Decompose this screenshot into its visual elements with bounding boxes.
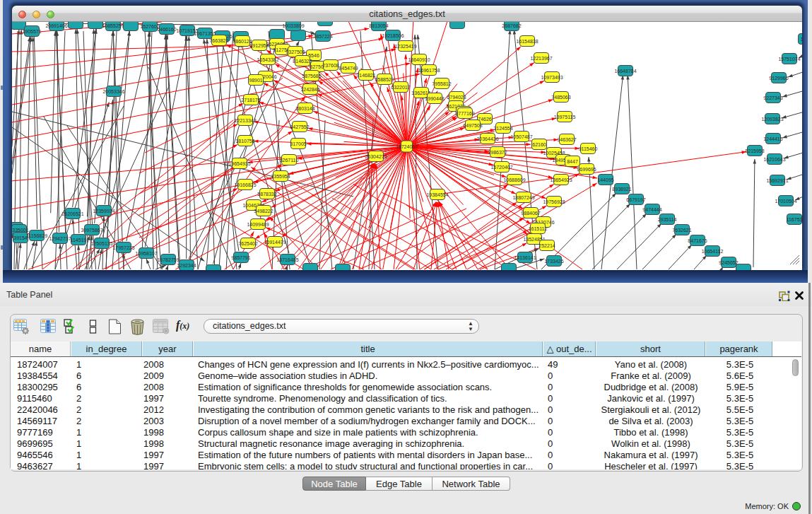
svg-text:16648784: 16648784 xyxy=(614,69,636,74)
svg-text:6679197: 6679197 xyxy=(626,197,645,202)
svg-text:9699695: 9699695 xyxy=(577,167,596,172)
svg-text:18724007: 18724007 xyxy=(396,144,418,149)
svg-text:13975115: 13975115 xyxy=(554,115,576,119)
svg-text:9146821: 9146821 xyxy=(356,73,375,78)
svg-text:15692971: 15692971 xyxy=(766,178,788,183)
svg-text:26206521: 26206521 xyxy=(61,211,83,216)
svg-text:1355954: 1355954 xyxy=(271,174,290,179)
svg-text:10973493: 10973493 xyxy=(541,75,563,80)
svg-text:9115460: 9115460 xyxy=(579,146,598,151)
svg-text:6497508: 6497508 xyxy=(463,123,482,128)
svg-text:3124554: 3124554 xyxy=(493,126,512,131)
svg-text:1242845: 1242845 xyxy=(300,87,319,92)
svg-text:30975867: 30975867 xyxy=(81,228,102,233)
svg-text:6794028: 6794028 xyxy=(447,95,466,100)
svg-text:19166825: 19166825 xyxy=(234,182,256,187)
svg-text:144095: 144095 xyxy=(597,177,613,182)
svg-text:9245652: 9245652 xyxy=(719,260,738,265)
svg-text:8471676: 8471676 xyxy=(688,238,707,243)
svg-text:12942737: 12942737 xyxy=(49,236,71,241)
svg-text:7986372: 7986372 xyxy=(488,150,507,155)
svg-text:116753: 116753 xyxy=(787,217,802,222)
svg-text:252214: 252214 xyxy=(539,243,555,248)
svg-text:10654112: 10654112 xyxy=(702,249,724,254)
svg-text:3498222: 3498222 xyxy=(254,209,273,214)
svg-text:1905571: 1905571 xyxy=(22,29,41,34)
svg-text:19654935: 19654935 xyxy=(228,161,250,166)
svg-text:12505135: 12505135 xyxy=(90,241,112,246)
svg-text:9227343: 9227343 xyxy=(763,95,782,100)
svg-text:16782759: 16782759 xyxy=(157,257,179,262)
svg-text:16543382: 16543382 xyxy=(257,57,278,62)
svg-text:7955812: 7955812 xyxy=(432,81,451,86)
svg-text:1112: 1112 xyxy=(801,37,802,42)
svg-text:1810755: 1810755 xyxy=(235,139,254,144)
svg-text:9884067: 9884067 xyxy=(521,211,540,216)
svg-text:9327505: 9327505 xyxy=(286,49,305,54)
svg-text:12325419: 12325419 xyxy=(394,44,416,49)
svg-text:8215958: 8215958 xyxy=(745,148,764,153)
svg-text:20364436: 20364436 xyxy=(476,136,498,141)
svg-text:8447: 8447 xyxy=(567,159,578,164)
svg-text:15751074: 15751074 xyxy=(778,57,800,62)
svg-text:7857224: 7857224 xyxy=(313,34,332,39)
svg-text:10855257: 10855257 xyxy=(102,23,124,28)
svg-text:25304273: 25304273 xyxy=(365,154,387,159)
svg-text:16961758: 16961758 xyxy=(418,68,440,73)
svg-text:10958107: 10958107 xyxy=(135,251,157,256)
svg-text:7663822: 7663822 xyxy=(209,38,228,43)
svg-text:114519: 114519 xyxy=(71,238,87,243)
svg-text:237608: 237608 xyxy=(322,63,339,68)
svg-text:8813054: 8813054 xyxy=(369,23,388,28)
svg-text:317005: 317005 xyxy=(290,141,306,146)
svg-text:8427552: 8427552 xyxy=(290,124,309,129)
svg-text:12213967: 12213967 xyxy=(530,56,552,61)
svg-text:20691406: 20691406 xyxy=(45,23,67,28)
svg-text:20053346: 20053346 xyxy=(102,89,124,94)
svg-text:18807249: 18807249 xyxy=(512,195,534,200)
svg-text:8938921: 8938921 xyxy=(612,187,631,192)
svg-text:16210643: 16210643 xyxy=(763,157,785,162)
svg-text:62160: 62160 xyxy=(532,142,546,147)
svg-text:9777169: 9777169 xyxy=(455,111,474,116)
svg-text:6322017: 6322017 xyxy=(391,85,410,90)
svg-text:39154: 39154 xyxy=(13,235,28,240)
svg-text:9129966: 9129966 xyxy=(769,76,788,81)
svg-text:19384554: 19384554 xyxy=(426,192,448,197)
svg-text:2935114: 2935114 xyxy=(658,217,677,222)
svg-text:2718176: 2718176 xyxy=(241,98,260,103)
svg-text:13654923: 13654923 xyxy=(550,177,572,182)
svg-text:1292344: 1292344 xyxy=(177,263,196,268)
svg-text:16914479: 16914479 xyxy=(264,240,286,245)
svg-text:10033809: 10033809 xyxy=(282,23,304,28)
svg-text:2803144: 2803144 xyxy=(295,106,314,111)
svg-text:17010504: 17010504 xyxy=(775,199,796,204)
svg-text:10688609: 10688609 xyxy=(503,177,525,182)
svg-text:1733426: 1733426 xyxy=(544,259,563,264)
svg-text:8146323: 8146323 xyxy=(293,59,312,64)
svg-text:8454749: 8454749 xyxy=(339,66,358,71)
svg-text:19756928: 19756928 xyxy=(543,199,565,204)
svg-text:12093823: 12093823 xyxy=(761,117,783,122)
svg-text:19218506: 19218506 xyxy=(382,33,404,38)
svg-text:7485063: 7485063 xyxy=(551,95,570,100)
svg-text:1990448: 1990448 xyxy=(425,96,444,101)
svg-text:1244415: 1244415 xyxy=(763,136,782,141)
svg-text:13716485: 13716485 xyxy=(276,257,298,262)
svg-text:98901: 98901 xyxy=(249,78,263,83)
svg-text:2687682: 2687682 xyxy=(502,23,521,28)
svg-text:18640910: 18640910 xyxy=(408,57,430,62)
svg-text:15720407: 15720407 xyxy=(490,165,512,170)
svg-text:1615112: 1615112 xyxy=(529,226,548,231)
svg-text:1335001: 1335001 xyxy=(12,228,29,233)
svg-text:7625402: 7625402 xyxy=(238,241,257,246)
svg-text:6466160: 6466160 xyxy=(157,27,176,32)
svg-text:10507487: 10507487 xyxy=(510,134,532,139)
svg-text:11156829: 11156829 xyxy=(26,233,47,238)
svg-text:1588520: 1588520 xyxy=(375,77,394,82)
svg-text:17957225: 17957225 xyxy=(112,245,134,250)
svg-text:9474444: 9474444 xyxy=(642,207,661,212)
svg-text:14136141: 14136141 xyxy=(514,255,536,260)
svg-text:7632621: 7632621 xyxy=(672,228,691,233)
svg-text:9857791: 9857791 xyxy=(231,255,250,260)
